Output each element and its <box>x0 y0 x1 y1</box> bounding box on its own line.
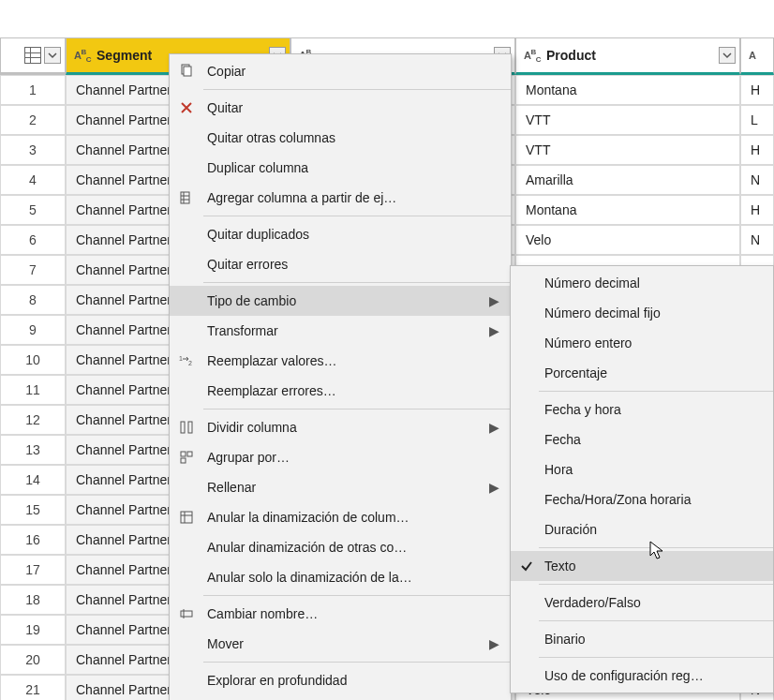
ctx-anular3[interactable]: Anular solo la dinamización de la… <box>170 562 511 592</box>
row-number[interactable]: 18 <box>0 585 66 615</box>
type-binario[interactable]: Binario <box>511 624 773 654</box>
ctx-quitar-err[interactable]: Quitar errores <box>170 249 511 279</box>
type-icon-text: ABC <box>524 48 541 64</box>
row-number[interactable]: 21 <box>0 675 66 700</box>
separator <box>539 547 773 548</box>
cell-extra[interactable]: H <box>740 75 774 105</box>
ctx-anular2[interactable]: Anular dinamización de otras co… <box>170 532 511 562</box>
cell-extra[interactable]: L <box>740 105 774 135</box>
type-submenu: Número decimal Número decimal fijo Númer… <box>510 265 774 693</box>
type-duracion[interactable]: Duración <box>511 514 773 544</box>
table-menu-btn[interactable] <box>44 47 61 64</box>
ctx-anular1[interactable]: Anular la dinamización de colum… <box>170 502 511 532</box>
row-number[interactable]: 2 <box>0 105 66 135</box>
row-number[interactable]: 6 <box>0 225 66 255</box>
type-fhzona[interactable]: Fecha/Hora/Zona horaria <box>511 484 773 514</box>
separator <box>539 620 773 621</box>
ctx-quitar-otras[interactable]: Quitar otras columnas <box>170 123 511 153</box>
row-number[interactable]: 14 <box>0 465 66 495</box>
separator <box>203 216 511 216</box>
ctx-rellenar[interactable]: Rellenar ▶ <box>170 472 511 502</box>
chevron-right-icon: ▶ <box>486 420 501 435</box>
ctx-agregar-nueva[interactable]: Agregar como nueva consulta <box>170 695 511 700</box>
separator <box>539 391 773 392</box>
cell-extra[interactable]: H <box>740 135 774 165</box>
svg-rect-10 <box>181 452 186 456</box>
filter-btn-product[interactable] <box>719 47 736 64</box>
row-number[interactable]: 5 <box>0 195 66 225</box>
cell-extra[interactable]: H <box>740 195 774 225</box>
ctx-explorar[interactable]: Explorar en profundidad <box>170 665 511 695</box>
check-icon <box>514 559 539 573</box>
ctx-quitar-dup[interactable]: Quitar duplicados <box>170 219 511 249</box>
type-fecha[interactable]: Fecha <box>511 424 773 454</box>
row-number[interactable]: 12 <box>0 405 66 435</box>
table-corner[interactable] <box>0 37 66 75</box>
row-number[interactable]: 15 <box>0 495 66 525</box>
cell-product[interactable]: VTT <box>515 105 740 135</box>
ctx-tipo-cambio[interactable]: Tipo de cambio ▶ <box>170 286 511 316</box>
row-number[interactable]: 10 <box>0 345 66 375</box>
remove-icon <box>173 100 200 115</box>
table-icon <box>24 47 41 64</box>
row-number[interactable]: 3 <box>0 135 66 165</box>
type-bool[interactable]: Verdadero/Falso <box>511 588 773 618</box>
type-fecha-hora[interactable]: Fecha y hora <box>511 395 773 424</box>
replace-icon: 12 <box>173 353 200 368</box>
cell-product[interactable]: Montana <box>515 75 740 105</box>
row-number[interactable]: 16 <box>0 525 66 555</box>
type-regional[interactable]: Uso de configuración reg… <box>511 661 773 691</box>
separator <box>203 409 511 410</box>
cell-product[interactable]: VTT <box>515 135 740 165</box>
type-decimal[interactable]: Número decimal <box>511 268 773 298</box>
svg-rect-12 <box>181 458 186 463</box>
type-texto[interactable]: Texto <box>511 551 773 581</box>
cell-product[interactable]: Velo <box>515 225 740 255</box>
type-decimal-fijo[interactable]: Número decimal fijo <box>511 298 773 328</box>
type-porcentaje[interactable]: Porcentaje <box>511 358 773 388</box>
row-number[interactable]: 9 <box>0 315 66 345</box>
svg-rect-2 <box>181 192 189 203</box>
row-number[interactable]: 4 <box>0 165 66 195</box>
type-entero[interactable]: Número entero <box>511 328 773 358</box>
cell-extra[interactable]: N <box>740 165 774 195</box>
separator <box>203 282 511 283</box>
svg-rect-13 <box>181 512 192 523</box>
row-number[interactable]: 7 <box>0 255 66 285</box>
row-number[interactable]: 11 <box>0 375 66 405</box>
svg-rect-11 <box>187 452 192 456</box>
ctx-duplicar[interactable]: Duplicar columna <box>170 153 511 183</box>
cell-product[interactable]: Amarilla <box>515 165 740 195</box>
ctx-agregar-ej[interactable]: Agregar columna a partir de ej… <box>170 183 511 213</box>
ctx-cambiar-nombre[interactable]: Cambiar nombre… <box>170 599 511 629</box>
chevron-right-icon: ▶ <box>486 636 501 651</box>
type-hora[interactable]: Hora <box>511 454 773 484</box>
row-number[interactable]: 13 <box>0 435 66 465</box>
svg-text:1: 1 <box>179 355 183 362</box>
row-number[interactable]: 8 <box>0 285 66 315</box>
ctx-reemp-val[interactable]: 12 Reemplazar valores… <box>170 346 511 376</box>
row-number[interactable]: 19 <box>0 615 66 645</box>
type-icon-text: ABC <box>74 48 91 64</box>
row-number[interactable]: 17 <box>0 555 66 585</box>
svg-rect-9 <box>188 422 192 433</box>
ctx-transformar[interactable]: Transformar ▶ <box>170 316 511 346</box>
cell-extra[interactable]: N <box>740 225 774 255</box>
col-header-product[interactable]: ABC Product <box>515 37 740 75</box>
ctx-copiar[interactable]: Copiar <box>170 56 511 86</box>
ctx-mover[interactable]: Mover ▶ <box>170 629 511 659</box>
separator <box>539 657 773 658</box>
cell-product[interactable]: Montana <box>515 195 740 225</box>
add-column-icon <box>173 190 200 205</box>
chevron-right-icon: ▶ <box>486 323 501 338</box>
row-number[interactable]: 1 <box>0 75 66 105</box>
separator <box>203 595 511 596</box>
ctx-dividir[interactable]: Dividir columna ▶ <box>170 412 511 442</box>
context-menu: Copiar Quitar Quitar otras columnas Dupl… <box>169 53 512 700</box>
ctx-agrupar[interactable]: Agrupar por… <box>170 442 511 472</box>
ctx-reemp-err[interactable]: Reemplazar errores… <box>170 376 511 406</box>
row-number[interactable]: 20 <box>0 645 66 675</box>
ctx-quitar[interactable]: Quitar <box>170 93 511 123</box>
split-column-icon <box>173 420 200 435</box>
col-header-extra[interactable]: A <box>740 37 774 75</box>
